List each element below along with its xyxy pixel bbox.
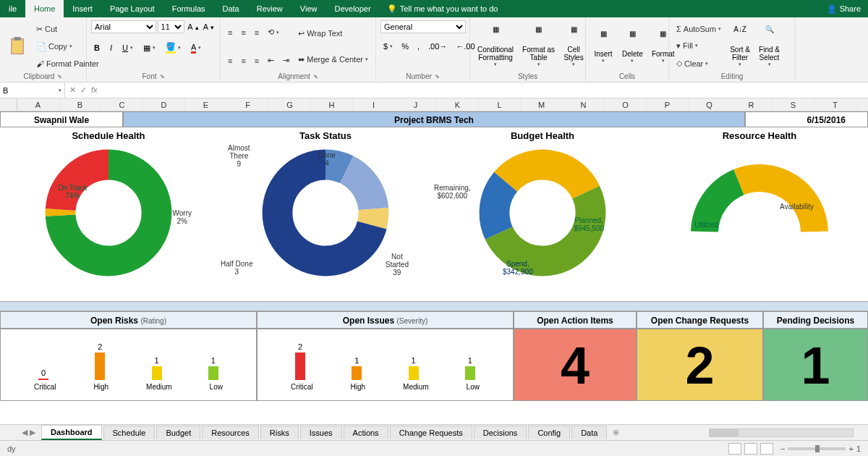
align-middle-button[interactable]: ≡ (238, 26, 248, 38)
underline-button[interactable]: U▾ (119, 41, 136, 55)
decrease-indent-button[interactable]: ⇤ (265, 54, 277, 67)
col-header[interactable]: J (395, 98, 437, 111)
align-top-button[interactable]: ≡ (225, 26, 235, 38)
clear-button[interactable]: ◇Clear▾ (673, 57, 724, 69)
cancel-formula-button[interactable]: ✕ (69, 85, 76, 95)
zoom-out-button[interactable]: − (780, 444, 785, 453)
paste-button[interactable] (4, 20, 30, 72)
resource-health-chart[interactable]: Resource Health Utilized Availability (651, 127, 868, 301)
col-header[interactable]: T (814, 98, 856, 111)
tab-file[interactable]: ile (0, 0, 25, 17)
col-header[interactable]: M (521, 98, 563, 111)
fx-button[interactable]: fx (91, 85, 98, 95)
normal-view-button[interactable] (728, 443, 741, 455)
sheet-tab-actions[interactable]: Actions (344, 426, 388, 439)
dialog-launcher-icon[interactable]: ⬊ (160, 73, 165, 80)
bold-button[interactable]: B (91, 41, 103, 55)
borders-button[interactable]: ▦▾ (140, 41, 158, 55)
italic-button[interactable]: I (107, 41, 115, 55)
fill-button[interactable]: ▾Fill▾ (673, 40, 724, 52)
sheet-tab-decisions[interactable]: Decisions (474, 426, 527, 439)
tab-formulas[interactable]: Formulas (163, 0, 214, 17)
conditional-formatting-button[interactable]: ▦Conditional Formatting▾ (475, 20, 516, 72)
sheet-tab-risks[interactable]: Risks (260, 426, 299, 439)
col-header[interactable]: L (479, 98, 521, 111)
select-all-button[interactable] (0, 98, 17, 111)
comma-button[interactable]: , (414, 41, 422, 52)
sheet-tab-issues[interactable]: Issues (300, 426, 342, 439)
font-size-combo[interactable]: 11 (158, 20, 185, 33)
decrease-font-button[interactable]: A▾ (202, 20, 216, 33)
col-header[interactable]: N (563, 98, 605, 111)
add-sheet-button[interactable]: ⊕ (608, 428, 624, 437)
name-box[interactable]: B▾ (0, 83, 65, 98)
zoom-slider[interactable] (788, 447, 846, 450)
col-header[interactable]: E (185, 98, 227, 111)
risks-chart[interactable]: 0 2 1 1 Critical High Medium Low (0, 329, 257, 401)
align-right-button[interactable]: ≡ (252, 54, 262, 67)
budget-health-chart[interactable]: Budget Health Remaining,$602,600 Planned… (434, 127, 651, 301)
sheet-tab-data[interactable]: Data (571, 426, 607, 439)
font-color-button[interactable]: A▾ (188, 41, 204, 55)
schedule-health-chart[interactable]: Schedule Health On Track74% Worry2% (0, 127, 217, 301)
sheet-nav[interactable]: ◀ ▶ (22, 428, 35, 437)
align-bottom-button[interactable]: ≡ (252, 26, 262, 38)
cell-styles-button[interactable]: ▦Cell Styles▾ (561, 20, 587, 72)
delete-cells-button[interactable]: ▦Delete▾ (619, 20, 646, 72)
percent-button[interactable]: % (399, 41, 412, 52)
col-header[interactable]: D (143, 98, 185, 111)
task-status-chart[interactable]: Task Status Done4 Almost There9 Half Don… (217, 127, 434, 301)
col-header[interactable]: C (101, 98, 143, 111)
orientation-button[interactable]: ⟲▾ (265, 26, 282, 38)
col-header[interactable]: Q (689, 98, 731, 111)
sheet-tab-change-requests[interactable]: Change Requests (390, 426, 472, 439)
col-header[interactable]: O (605, 98, 647, 111)
col-header[interactable]: G (269, 98, 311, 111)
tab-home[interactable]: Home (25, 0, 64, 17)
col-header[interactable]: H (311, 98, 353, 111)
dialog-launcher-icon[interactable]: ⬊ (57, 73, 62, 80)
merge-center-button[interactable]: ⬌Merge & Center▾ (295, 54, 371, 66)
share-button[interactable]: 👤Share (827, 4, 868, 14)
page-break-view-button[interactable] (760, 443, 773, 455)
col-header[interactable]: I (353, 98, 395, 111)
sheet-tab-config[interactable]: Config (528, 426, 570, 439)
align-center-button[interactable]: ≡ (238, 54, 248, 67)
find-select-button[interactable]: 🔍Find & Select▾ (756, 20, 783, 72)
format-as-table-button[interactable]: ▦Format as Table▾ (519, 20, 558, 72)
worksheet[interactable]: Swapnil Wale Project BRMS Tech 6/15/2016… (0, 111, 868, 415)
fill-color-button[interactable]: 🪣▾ (163, 41, 184, 55)
col-header[interactable]: S (773, 98, 814, 111)
wrap-text-button[interactable]: ↩Wrap Text (295, 28, 371, 40)
dialog-launcher-icon[interactable]: ⬊ (435, 73, 440, 80)
col-header[interactable]: A (17, 98, 59, 111)
issues-chart[interactable]: 2 1 1 1 Critical High Medium Low (257, 329, 514, 401)
dialog-launcher-icon[interactable]: ⬊ (313, 73, 318, 80)
scroll-thumb[interactable] (710, 429, 739, 436)
tab-review[interactable]: Review (248, 0, 292, 17)
sheet-tab-resources[interactable]: Resources (202, 426, 259, 439)
tab-developer[interactable]: Developer (326, 0, 379, 17)
col-header[interactable]: F (227, 98, 269, 111)
zoom-thumb[interactable] (815, 445, 820, 452)
col-header[interactable]: P (647, 98, 689, 111)
sort-filter-button[interactable]: A↓ZSort & Filter▾ (727, 20, 753, 72)
horizontal-scrollbar[interactable] (709, 428, 854, 437)
tell-me[interactable]: 💡Tell me what you want to do (380, 4, 827, 14)
page-layout-view-button[interactable] (744, 443, 757, 455)
font-name-combo[interactable]: Arial (91, 20, 156, 33)
zoom-in-button[interactable]: + (848, 444, 853, 453)
autosum-button[interactable]: ΣAutoSum▾ (673, 23, 724, 35)
col-header[interactable]: R (731, 98, 773, 111)
insert-cells-button[interactable]: ▦Insert▾ (590, 20, 616, 72)
align-left-button[interactable]: ≡ (225, 54, 235, 67)
currency-button[interactable]: $▾ (380, 41, 396, 52)
sheet-tab-schedule[interactable]: Schedule (103, 426, 156, 439)
tab-insert[interactable]: Insert (64, 0, 101, 17)
tab-data[interactable]: Data (214, 0, 248, 17)
tab-page-layout[interactable]: Page Layout (101, 0, 163, 17)
tab-view[interactable]: View (292, 0, 326, 17)
col-header[interactable]: B (59, 98, 101, 111)
col-header[interactable]: K (437, 98, 479, 111)
increase-indent-button[interactable]: ⇥ (280, 54, 292, 67)
